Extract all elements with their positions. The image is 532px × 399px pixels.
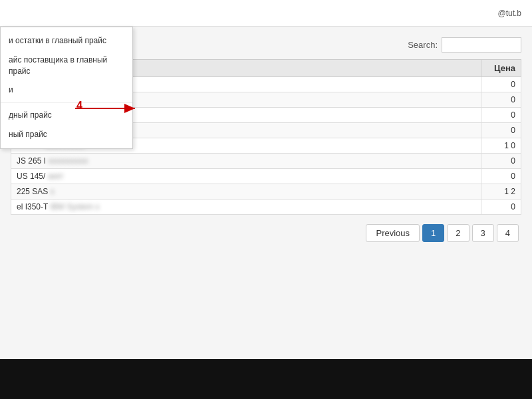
menu-item-2[interactable]: айс поставщика в главный прайс	[1, 51, 132, 81]
cell-name: US 145/ акет	[11, 169, 481, 184]
cell-price: 0	[481, 169, 521, 184]
cell-price: 1 0	[481, 138, 521, 154]
menu-item-1[interactable]: и остатки в главный прайс	[1, 31, 132, 51]
pagination-page-3[interactable]: 3	[472, 224, 494, 242]
dropdown-menu: и остатки в главный прайс айс поставщика…	[0, 27, 133, 149]
search-label: Search:	[408, 40, 438, 50]
menu-item-3[interactable]: и	[1, 80, 132, 100]
table-row: 225 SAS x1 2	[11, 184, 521, 200]
pagination: Previous 1 2 3 4	[11, 224, 521, 242]
cell-price: 0	[481, 154, 521, 169]
menu-divider	[1, 102, 132, 103]
top-bar: @tut.b	[0, 0, 532, 27]
pagination-page-2[interactable]: 2	[447, 224, 469, 242]
table-row: el I350-T IBM System x0	[11, 200, 521, 215]
table-row: US 145/ акет0	[11, 169, 521, 184]
menu-item-4[interactable]: дный прайс	[1, 106, 132, 125]
user-label: @tut.b	[497, 9, 521, 18]
search-input[interactable]	[442, 37, 521, 53]
menu-item-5[interactable]: ный прайс	[1, 125, 132, 144]
main-content: и остатки в главный прайс айс поставщика…	[0, 27, 532, 249]
cell-name: JS 265 I xxxxxxxxxx	[11, 154, 481, 169]
cell-price: 0	[481, 108, 521, 123]
col-header-price: Цена	[481, 60, 521, 77]
cell-price: 0	[481, 92, 521, 108]
pagination-page-4[interactable]: 4	[497, 224, 519, 242]
cell-price: 0	[481, 77, 521, 92]
cell-price: 1 2	[481, 184, 521, 200]
pagination-prev[interactable]: Previous	[366, 224, 420, 242]
cell-price: 0	[481, 200, 521, 215]
cell-price: 0	[481, 123, 521, 138]
pagination-page-1[interactable]: 1	[422, 224, 444, 242]
cell-name: el I350-T IBM System x	[11, 200, 481, 215]
cell-name: 225 SAS x	[11, 184, 481, 200]
table-row: JS 265 I xxxxxxxxxx0	[11, 154, 521, 169]
